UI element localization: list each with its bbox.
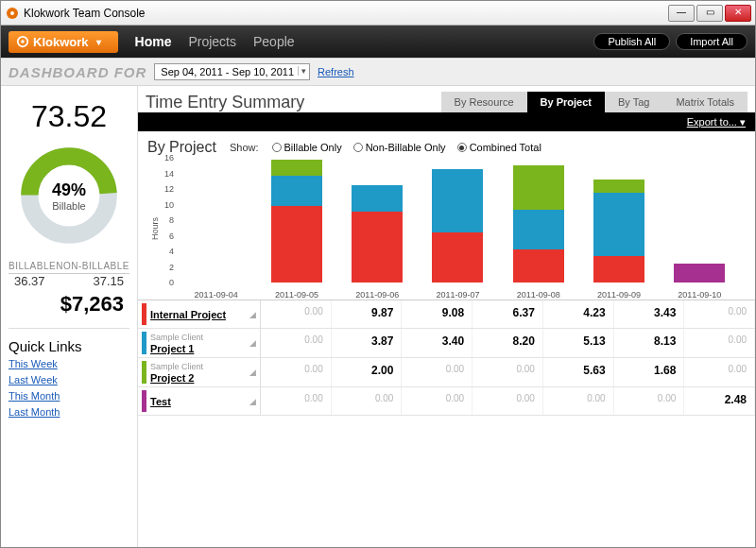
hours-cell: 9.87 [332, 300, 403, 328]
table-row[interactable]: Test◢0.000.000.000.000.000.002.48 [138, 387, 755, 416]
ytick: 0 [159, 278, 174, 287]
export-menu[interactable]: Export to... [687, 116, 746, 128]
quick-links-title: Quick Links [9, 338, 129, 354]
filter-combined-total[interactable]: Combined Total [457, 142, 541, 153]
quick-link-this-month[interactable]: This Month [9, 390, 129, 402]
revenue: $7,263 [9, 288, 129, 329]
nav-home[interactable]: Home [135, 34, 172, 49]
row-color-indicator [142, 390, 146, 412]
hours-cell: 0.00 [684, 358, 755, 386]
window-close-button[interactable]: ✕ [725, 5, 751, 22]
tab-by-resource[interactable]: By Resource [441, 92, 527, 112]
expand-icon[interactable]: ◢ [249, 397, 256, 406]
bar-segment [513, 210, 564, 249]
hours-cell: 5.13 [543, 329, 614, 357]
table-row[interactable]: Sample ClientProject 1◢0.003.873.408.205… [138, 329, 755, 358]
nav-people[interactable]: People [253, 34, 295, 49]
xlabel: 2011-09-06 [337, 290, 418, 300]
hours-cell: 0.00 [543, 387, 614, 415]
hours-cell: 0.00 [332, 387, 403, 415]
project-table: Internal Project◢0.009.879.086.374.233.4… [138, 300, 755, 416]
filter-non-billable-only[interactable]: Non-Billable Only [353, 142, 446, 153]
refresh-link[interactable]: Refresh [318, 66, 354, 77]
bar-segment [271, 160, 322, 176]
expand-icon[interactable]: ◢ [249, 368, 256, 377]
bar-segment [513, 249, 564, 283]
hours-cell: 0.00 [472, 387, 543, 415]
table-row[interactable]: Internal Project◢0.009.879.086.374.233.4… [138, 300, 755, 329]
app-icon [5, 6, 20, 21]
xlabel: 2011-09-05 [256, 290, 336, 300]
bar-2011-09-06 [337, 158, 418, 283]
project-client: Sample Client [150, 361, 248, 372]
nonbillable-header: NON-BILLABLE [56, 261, 129, 271]
bar-segment [271, 206, 322, 283]
project-name[interactable]: Project 2 [150, 372, 194, 384]
bar-segment [513, 165, 564, 209]
show-label: Show: [230, 142, 259, 153]
hours-chart: Hours 0246810121416 2011-09-042011-09-05… [138, 158, 755, 300]
nav-projects[interactable]: Projects [188, 34, 236, 49]
import-all-button[interactable]: Import All [676, 33, 747, 50]
main-panel: Time Entry Summary By ResourceBy Project… [138, 86, 755, 548]
billable-hours: 36.37 [14, 274, 45, 288]
bar-segment [593, 256, 644, 283]
bar-segment [674, 264, 725, 283]
hours-cell: 6.37 [472, 300, 543, 328]
total-hours: 73.52 [9, 99, 129, 134]
hours-cell: 4.23 [543, 300, 614, 328]
row-color-indicator [142, 361, 146, 384]
window-titlebar: Klokwork Team Console — ▭ ✕ [1, 1, 755, 26]
brand-menu[interactable]: Klokwork [9, 31, 118, 53]
billable-sublabel: Billable [52, 200, 86, 212]
publish-all-button[interactable]: Publish All [593, 33, 670, 50]
hours-cell: 8.20 [472, 329, 543, 357]
hours-cell: 1.68 [614, 358, 685, 386]
project-name[interactable]: Test [150, 396, 171, 407]
radio-icon [457, 143, 467, 152]
ytick: 16 [159, 153, 174, 163]
tab-by-project[interactable]: By Project [527, 92, 605, 112]
date-range-dropdown[interactable]: Sep 04, 2011 - Sep 10, 2011 [154, 63, 310, 80]
svg-point-1 [10, 11, 14, 15]
hours-cell: 0.00 [614, 387, 685, 415]
hours-cell: 0.00 [261, 329, 332, 357]
quick-link-last-week[interactable]: Last Week [9, 374, 129, 385]
project-name[interactable]: Project 1 [150, 343, 194, 354]
radio-icon [353, 143, 363, 152]
svg-point-3 [21, 40, 25, 43]
hours-cell: 0.00 [402, 358, 472, 386]
hours-cell: 0.00 [684, 329, 755, 357]
quick-link-last-month[interactable]: Last Month [9, 406, 129, 418]
tab-by-tag[interactable]: By Tag [605, 92, 662, 112]
window-maximize-button[interactable]: ▭ [696, 5, 723, 22]
gear-icon [16, 35, 29, 48]
quick-link-this-week[interactable]: This Week [9, 358, 129, 369]
hours-cell: 2.00 [332, 358, 403, 386]
row-color-indicator [142, 303, 146, 325]
expand-icon[interactable]: ◢ [249, 338, 256, 348]
ytick: 6 [159, 231, 174, 241]
hours-cell: 0.00 [684, 300, 755, 328]
brand-label: Klokwork [33, 35, 89, 49]
xlabel: 2011-09-09 [578, 290, 659, 300]
bar-segment [271, 176, 322, 206]
xlabel: 2011-09-04 [176, 290, 256, 300]
bar-segment [593, 180, 644, 193]
bar-segment [352, 185, 403, 212]
xlabel: 2011-09-10 [660, 290, 740, 300]
hours-cell: 3.87 [332, 329, 403, 357]
expand-icon[interactable]: ◢ [249, 310, 256, 319]
xlabel: 2011-09-07 [418, 290, 498, 300]
bar-2011-09-09 [578, 158, 659, 283]
billable-header: BILLABLE [9, 261, 56, 271]
xlabel: 2011-09-08 [498, 290, 578, 300]
project-name[interactable]: Internal Project [150, 309, 226, 320]
bar-2011-09-07 [418, 158, 498, 283]
table-row[interactable]: Sample ClientProject 2◢0.002.000.000.005… [138, 358, 755, 387]
hours-cell: 0.00 [261, 358, 332, 386]
filter-billable-only[interactable]: Billable Only [272, 142, 342, 153]
tab-matrix-totals[interactable]: Matrix Totals [662, 92, 747, 112]
bar-2011-09-04 [176, 158, 256, 283]
window-minimize-button[interactable]: — [668, 5, 695, 22]
